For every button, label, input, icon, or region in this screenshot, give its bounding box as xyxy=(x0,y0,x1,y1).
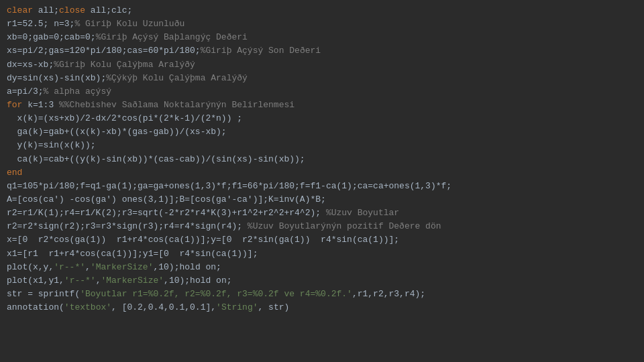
code-line-11: y(k)=sin(x(k)); xyxy=(7,139,637,152)
code-line-9: x(k)=(xs+xb)/2-dx/2*cos(pi*(2*k-1)/(2*n)… xyxy=(7,112,637,125)
code-line-21: plot(x1,y1,'r--*','MarkerSize',10);hold … xyxy=(7,274,637,288)
code-line-12: ca(k)=cab+((y(k)-sin(xb))*(cas-cab))/(si… xyxy=(7,153,637,166)
code-line-15: A=[cos(ca') -cos(ga') ones(3,1)];B=[cos(… xyxy=(7,193,637,206)
code-line-20: plot(x,y,'r--*','MarkerSize',10);hold on… xyxy=(7,261,637,274)
code-line-23: annotation('textbox', [0.2,0.4,0.1,0.1],… xyxy=(7,301,637,314)
code-line-16: r2=r1/K(1);r4=r1/K(2);r3=sqrt(-2*r2*r4*K… xyxy=(7,206,637,220)
code-line-13: end xyxy=(7,166,637,180)
code-line-10: ga(k)=gab+((x(k)-xb)*(gas-gab))/(xs-xb); xyxy=(7,125,637,139)
code-line-5: dx=xs-xb;%Giriþ Kolu Çalýþma Aralýðý xyxy=(7,58,637,72)
code-line-14: q1=105*pi/180;f=q1-ga(1);ga=ga+ones(1,3)… xyxy=(7,180,637,193)
code-line-7: a=pi/3;% alpha açýsý xyxy=(7,85,637,99)
code-line-1: clear all;close all;clc; xyxy=(7,4,637,17)
code-line-8: for k=1:3 %%Chebishev Saðlama Noktalarýn… xyxy=(7,99,637,112)
code-editor[interactable]: clear all;close all;clc;r1=52.5; n=3;% G… xyxy=(0,0,644,362)
code-line-22: str = sprintf('Boyutlar r1=%0.2f, r2=%0.… xyxy=(7,288,637,301)
code-line-17: r2=r2*sign(r2);r3=r3*sign(r3);r4=r4*sign… xyxy=(7,220,637,233)
code-line-4: xs=pi/2;gas=120*pi/180;cas=60*pi/180;%Gi… xyxy=(7,44,637,58)
code-line-6: dy=sin(xs)-sin(xb);%Çýkýþ Kolu Çalýþma A… xyxy=(7,72,637,85)
code-line-19: x1=[r1 r1+r4*cos(ca(1))];y1=[0 r4*sin(ca… xyxy=(7,247,637,261)
code-line-3: xb=0;gab=0;cab=0;%Giriþ Açýsý Baþlangýç … xyxy=(7,31,637,44)
code-line-2: r1=52.5; n=3;% Giriþ Kolu Uzunluðu xyxy=(7,17,637,31)
code-line-18: x=[0 r2*cos(ga(1)) r1+r4*cos(ca(1))];y=[… xyxy=(7,233,637,247)
